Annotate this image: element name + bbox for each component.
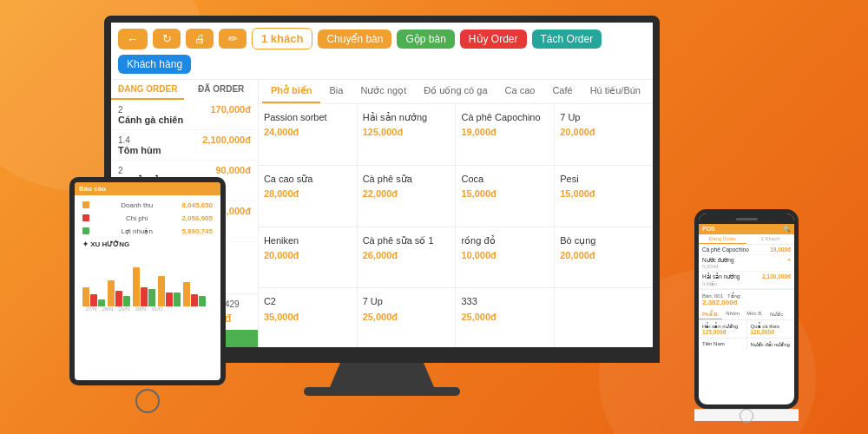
huy-order-button[interactable]: Hủy Order <box>460 30 527 49</box>
menu-item[interactable]: 7 Up 25,000đ <box>358 288 456 349</box>
menu-item-name: rồng đỏ <box>461 234 549 247</box>
phone-menu-price: 120,000đ <box>751 329 792 335</box>
phone-footer: Bàn: 001 Tổng: 2,382,000đ <box>699 289 794 309</box>
phone-menu-item[interactable]: Tiên Nam <box>699 339 746 350</box>
doanh-thu-row: Doanh thu 8,045,650 <box>78 199 217 212</box>
menu-grid: Passion sorbet 24,000đ Hải sản nướng 125… <box>259 104 653 349</box>
chi-phi-label: Chi phí <box>126 214 148 222</box>
phone-menu-item[interactable]: Hải sản nướng 125,000đ <box>699 320 746 338</box>
order-item[interactable]: 2 170,000đ Cánh gà chiên <box>111 100 258 130</box>
cat-hu-tieu[interactable]: Hú tiếu/Bún <box>582 80 649 103</box>
menu-item-price: 15,000đ <box>461 188 549 199</box>
phone-order-item[interactable]: Hải sản nướng Ít Mặn 2,100,000đ <box>699 272 794 289</box>
cat-bia[interactable]: Bia <box>320 80 352 103</box>
menu-item-price: 25,000đ <box>363 312 450 322</box>
tach-order-button[interactable]: Tách Order <box>532 30 602 49</box>
cat-ca-cao[interactable]: Ca cao <box>496 80 544 103</box>
phone-top-bar <box>699 214 794 224</box>
left-panel-tabs: ĐANG ORDER ĐÃ ORDER <box>111 80 258 100</box>
order-item[interactable]: 1.4 2,100,000đ Tôm hùm <box>111 130 258 161</box>
phone-title: POS <box>702 226 715 233</box>
phone-order-item[interactable]: Cà phê Capochino 19,000đ <box>699 245 794 255</box>
tablet-title: Báo cáo <box>79 185 106 193</box>
phone-item-note: 5,000đ <box>702 264 734 269</box>
phone-cat-1[interactable]: Phổ B. <box>699 309 722 319</box>
tablet-home-button[interactable] <box>135 389 160 413</box>
menu-item[interactable]: Passion sorbet 24,000đ <box>259 104 357 165</box>
tab-dang-order[interactable]: ĐANG ORDER <box>111 80 184 100</box>
tab-da-order[interactable]: ĐÃ ORDER <box>184 80 257 100</box>
phone-tab-1khach[interactable]: 1 Khách <box>746 234 794 244</box>
menu-item[interactable]: Heniken 20,000đ <box>259 227 357 288</box>
chi-phi-val: 2,056,905 <box>181 214 213 222</box>
gop-ban-button[interactable]: Gộp bàn <box>397 30 454 49</box>
right-panel: Phở biến Bia Nước ngọt Đồ uống có ga Ca … <box>259 80 653 349</box>
phone-tab-order[interactable]: Đang Order <box>699 234 746 244</box>
phone-order-item[interactable]: Nước đường 5,000đ + <box>699 255 794 272</box>
menu-item-name: Hải sản nướng <box>363 111 450 123</box>
cat-do-uong[interactable]: Đồ uống có ga <box>415 80 496 103</box>
khach-hang-button[interactable]: Khách hàng <box>118 55 191 74</box>
phone-cat-4[interactable]: Nước <box>766 309 786 319</box>
menu-item[interactable]: C2 35,000đ <box>259 288 357 349</box>
phone-home-button[interactable] <box>740 409 753 423</box>
menu-item-price: 22,000đ <box>363 188 450 199</box>
phone-content: POS 🔍 Đang Order 1 Khách Cà phê Capochin… <box>699 224 794 350</box>
menu-item[interactable]: 7 Up 20,000đ <box>555 104 653 165</box>
refresh-button[interactable]: ↻ <box>153 29 181 49</box>
menu-item-name: Pesi <box>560 173 648 185</box>
menu-item[interactable]: 333 25,000đ <box>456 288 554 349</box>
menu-item-price: 19,000đ <box>461 127 549 137</box>
chuyen-ban-button[interactable]: Chuyển bàn <box>318 30 391 49</box>
edit-button[interactable]: ✏ <box>219 29 247 49</box>
xu-huong-title: ✦ XU HƯỚNG <box>78 238 217 251</box>
cat-nuoc-ngot[interactable]: Nước ngọt <box>352 80 415 103</box>
phone-cat-2[interactable]: Nhóm <box>722 309 743 319</box>
menu-item[interactable]: Cà phê sữa số 1 26,000đ <box>358 227 456 288</box>
doanh-thu-label: Doanh thu <box>121 201 153 209</box>
menu-item-name: Passion sorbet <box>264 111 352 123</box>
cat-cafe[interactable]: Café <box>543 80 581 103</box>
menu-item[interactable]: Cà phê sữa 22,000đ <box>358 166 456 227</box>
phone: POS 🔍 Đang Order 1 Khách Cà phê Capochin… <box>694 209 799 421</box>
print-button[interactable]: 🖨 <box>186 29 214 49</box>
item-qty: 2 <box>118 166 123 175</box>
menu-item[interactable]: Cà phê Capochino 19,000đ <box>456 104 554 165</box>
doanh-thu-val: 8,045,650 <box>181 201 213 209</box>
phone-tabs: Đang Order 1 Khách <box>699 234 794 245</box>
menu-item-price: 15,000đ <box>560 188 648 199</box>
phone-menu-name: Quả cà theo <box>751 323 792 329</box>
phone-menu-name: Tiên Nam <box>702 341 743 346</box>
item-qty: 2 <box>118 105 123 115</box>
phone-item-price: 19,000đ <box>770 247 791 253</box>
phone-total: 2,382,000đ <box>702 299 791 306</box>
phone-item-name: Cà phê Capochino <box>702 247 749 253</box>
item-price: 170,000đ <box>210 104 250 115</box>
menu-item[interactable]: Coca 15,000đ <box>456 166 554 227</box>
menu-item[interactable]: Ca cao sữa 28,000đ <box>259 166 357 227</box>
cat-pho-bien[interactable]: Phở biến <box>262 80 321 103</box>
menu-item-name: Cà phê sữa số 1 <box>363 234 450 247</box>
chart-label-4: 30/N <box>134 306 148 312</box>
menu-item-name: C2 <box>264 295 352 307</box>
menu-item-price: 35,000đ <box>264 312 352 322</box>
menu-item[interactable]: Hải sản nướng 125,000đ <box>358 104 456 165</box>
phone-menu-item[interactable]: Nước đồi nướng <box>747 339 795 350</box>
menu-item[interactable]: Bò cụng 20,000đ <box>555 227 653 288</box>
menu-item[interactable]: rồng đỏ 10,000đ <box>456 227 554 288</box>
phone-header: POS 🔍 <box>699 224 794 234</box>
menu-item[interactable]: Pesi 15,000đ <box>555 166 653 227</box>
back-button[interactable]: ← <box>118 29 148 49</box>
phone-cat-3[interactable]: Móc B. <box>743 309 766 319</box>
phone-menu-price: 125,000đ <box>702 329 743 335</box>
phone-search-icon[interactable]: 🔍 <box>783 226 791 233</box>
phone-menu-name: Nước đồi nướng <box>751 341 792 347</box>
phone-screen: POS 🔍 Đang Order 1 Khách Cà phê Capochin… <box>694 209 799 409</box>
menu-item-name: Heniken <box>264 234 352 247</box>
tablet-header: Báo cáo <box>75 182 220 195</box>
phone-menu-item[interactable]: Quả cà theo 120,000đ <box>747 320 795 338</box>
menu-item-price: 20,000đ <box>264 250 352 260</box>
phone-cat-tabs: Phổ B. Nhóm Móc B. Nước <box>699 309 794 320</box>
menu-item-name: Cà phê Capochino <box>461 111 549 123</box>
phone-item-price: + <box>787 257 791 269</box>
